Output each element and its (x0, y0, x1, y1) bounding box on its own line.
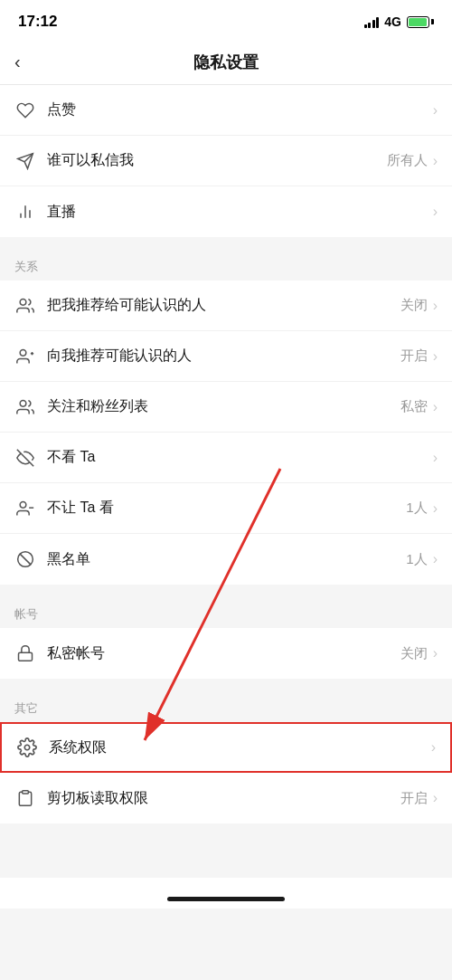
item-live-label: 直播 (47, 203, 433, 222)
section-gap-2 (0, 585, 452, 594)
arrow-icon: › (433, 551, 438, 567)
section-label-account: 帐号 (0, 594, 452, 628)
item-private-message-value: 所有人 (387, 152, 428, 169)
people2-icon (14, 346, 36, 367)
svg-point-9 (20, 400, 26, 406)
home-indicator (167, 897, 285, 901)
arrow-icon: › (433, 399, 438, 415)
people4-icon (14, 498, 36, 519)
svg-point-18 (24, 745, 30, 750)
status-icons: 4G (364, 14, 434, 29)
arrow-icon: › (433, 450, 438, 466)
section-gap-1 (0, 237, 452, 246)
item-recommend-me-value: 关闭 (400, 297, 428, 314)
signal-icon (364, 16, 380, 28)
item-clipboard[interactable]: 剪切板读取权限 开启 › (0, 773, 452, 823)
item-block-see-label: 不让 Ta 看 (47, 499, 406, 518)
item-private-message-label: 谁可以私信我 (47, 151, 387, 170)
item-likes[interactable]: 点赞 › (0, 85, 452, 136)
page-title: 隐私设置 (193, 52, 259, 73)
home-bar (0, 878, 452, 909)
section-gap-3 (0, 679, 452, 688)
arrow-icon: › (431, 739, 436, 756)
settings-circle-icon (16, 737, 38, 758)
svg-line-14 (20, 554, 31, 565)
item-recommend-others[interactable]: 向我推荐可能认识的人 开启 › (0, 331, 452, 382)
item-no-see-label: 不看 Ta (47, 448, 433, 467)
section-general: 点赞 › 谁可以私信我 所有人 › 直播 › (0, 85, 452, 237)
svg-point-6 (20, 349, 26, 356)
svg-point-5 (20, 299, 26, 305)
heart-icon (14, 100, 36, 121)
section-relations: 把我推荐给可能认识的人 关闭 › 向我推荐可能认识的人 开启 › 关注和粉丝 (0, 281, 452, 585)
arrow-icon: › (433, 153, 438, 169)
svg-rect-19 (23, 791, 29, 794)
eye-slash-icon (14, 447, 36, 469)
nav-bar: ‹ 隐私设置 (0, 40, 452, 85)
item-recommend-others-label: 向我推荐可能认识的人 (47, 347, 400, 366)
ban-icon (14, 548, 36, 570)
item-follow-fans-value: 私密 (400, 398, 428, 415)
arrow-icon: › (433, 102, 438, 119)
arrow-icon: › (433, 298, 438, 314)
item-likes-label: 点赞 (47, 100, 433, 119)
arrow-icon: › (433, 500, 438, 517)
status-time: 17:12 (18, 13, 57, 31)
arrow-icon: › (433, 790, 438, 806)
item-private-account-label: 私密帐号 (47, 644, 400, 663)
item-recommend-me[interactable]: 把我推荐给可能认识的人 关闭 › (0, 281, 452, 331)
arrow-icon: › (433, 348, 438, 365)
item-clipboard-label: 剪切板读取权限 (47, 789, 400, 808)
chart-icon (14, 201, 36, 223)
lock-icon (14, 642, 36, 664)
item-live[interactable]: 直播 › (0, 186, 452, 237)
item-blacklist-label: 黑名单 (47, 550, 406, 569)
item-system-permissions-label: 系统权限 (49, 738, 431, 757)
network-label: 4G (384, 14, 401, 29)
item-follow-fans[interactable]: 关注和粉丝列表 私密 › (0, 382, 452, 433)
item-follow-fans-label: 关注和粉丝列表 (47, 397, 400, 416)
svg-point-11 (20, 501, 26, 508)
section-label-relations: 关系 (0, 246, 452, 281)
item-private-account[interactable]: 私密帐号 关闭 › (0, 628, 452, 679)
back-button[interactable]: ‹ (14, 52, 21, 72)
people-icon (14, 295, 36, 317)
svg-rect-15 (19, 652, 33, 661)
item-blacklist-value: 1人 (406, 551, 427, 568)
item-system-permissions[interactable]: 系统权限 › (0, 722, 452, 773)
bottom-padding (0, 823, 452, 878)
section-account: 私密帐号 关闭 › (0, 628, 452, 679)
status-bar: 17:12 4G (0, 0, 452, 40)
battery-icon (407, 16, 434, 28)
item-clipboard-value: 开启 (400, 790, 428, 807)
item-no-see[interactable]: 不看 Ta › (0, 433, 452, 483)
clipboard-icon (14, 787, 36, 809)
people3-icon (14, 396, 36, 418)
send-icon (14, 150, 36, 172)
item-recommend-me-label: 把我推荐给可能认识的人 (47, 296, 400, 315)
annotation-container: 系统权限 › 剪切板读取权限 开启 › (0, 722, 452, 823)
arrow-icon: › (433, 204, 438, 220)
item-blacklist[interactable]: 黑名单 1人 › (0, 534, 452, 585)
section-label-other: 其它 (0, 688, 452, 722)
item-block-see[interactable]: 不让 Ta 看 1人 › (0, 483, 452, 534)
item-block-see-value: 1人 (406, 500, 427, 517)
item-private-account-value: 关闭 (400, 645, 428, 662)
section-other: 系统权限 › 剪切板读取权限 开启 › (0, 722, 452, 823)
item-recommend-others-value: 开启 (400, 347, 428, 365)
arrow-icon: › (433, 645, 438, 661)
item-private-message[interactable]: 谁可以私信我 所有人 › (0, 136, 452, 186)
